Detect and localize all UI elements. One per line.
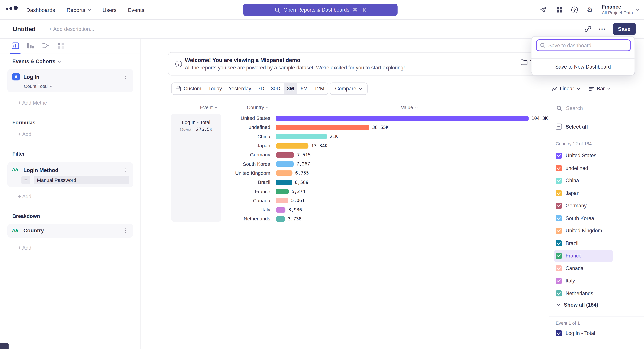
event-summary-cell[interactable]: Log In - Total Overall 276.5K <box>171 114 221 222</box>
legend-item-log-in-total[interactable]: Log In - Total <box>556 330 595 336</box>
legend-label: France <box>566 253 582 259</box>
checkbox[interactable] <box>556 215 562 221</box>
bar[interactable] <box>276 152 294 158</box>
save-button[interactable]: Save <box>613 23 636 35</box>
legend-item-italy[interactable]: Italy <box>549 275 644 287</box>
legend-item-netherlands[interactable]: Netherlands <box>549 287 644 300</box>
range-3m[interactable]: 3M <box>284 83 297 94</box>
report-title[interactable]: Untitled <box>13 25 36 32</box>
filter-card[interactable]: Aa Login Method ⋮ = Manual Password <box>8 162 133 187</box>
value-column-header[interactable]: Value <box>401 105 418 110</box>
tab-retention[interactable] <box>57 42 65 50</box>
nav-item-dashboards[interactable]: Dashboards <box>26 7 55 13</box>
add-breakdown-button[interactable]: + Add <box>18 245 31 251</box>
legend-item-undefined[interactable]: undefined <box>549 162 644 174</box>
nav-item-reports[interactable]: Reports <box>66 7 91 13</box>
custom-range-button[interactable]: Custom <box>172 83 205 94</box>
legend-item-brazil[interactable]: Brazil <box>549 237 644 250</box>
folder-icon <box>520 59 528 65</box>
add-description-field[interactable]: + Add description... <box>49 26 94 32</box>
save-to-dashboard-input[interactable]: Save to dashboard... <box>536 39 631 51</box>
compare-button[interactable]: Compare <box>330 82 368 95</box>
add-metric-button[interactable]: + Add Metric <box>18 100 47 106</box>
range-yesterday[interactable]: Yesterday <box>225 83 254 94</box>
range-30d[interactable]: 30D <box>268 83 284 94</box>
gear-icon[interactable]: ⚙ <box>586 6 594 14</box>
mixpanel-insights-app: DashboardsReportsUsersEvents Open Report… <box>0 0 644 349</box>
legend-search-input[interactable]: Search <box>556 105 583 111</box>
range-6m[interactable]: 6M <box>297 83 311 94</box>
checkbox[interactable] <box>556 290 562 297</box>
checkbox[interactable] <box>556 203 562 209</box>
filter-value[interactable]: Manual Password <box>34 176 129 184</box>
bar-value: 104.3K <box>532 116 548 121</box>
bar[interactable] <box>276 170 292 176</box>
legend-item-south-korea[interactable]: South Korea <box>549 212 644 225</box>
bar-value: 3,936 <box>288 207 302 213</box>
show-all-button[interactable]: Show all (184) <box>556 302 598 308</box>
help-icon[interactable]: ? <box>572 6 578 13</box>
country-column-header[interactable]: Country <box>247 105 269 110</box>
range-7d[interactable]: 7D <box>254 83 268 94</box>
filter-operator[interactable]: = <box>21 176 30 184</box>
kebab-menu-icon[interactable]: ⋮ <box>122 73 129 80</box>
checkbox[interactable] <box>556 165 562 171</box>
legend-item-canada[interactable]: Canada <box>549 262 644 275</box>
tab-funnels[interactable] <box>26 42 34 50</box>
checkbox[interactable] <box>556 278 562 284</box>
checkbox[interactable] <box>556 228 562 234</box>
legend-item-united-states[interactable]: United States <box>549 149 644 162</box>
checkbox[interactable] <box>556 253 562 259</box>
bar[interactable] <box>276 125 370 130</box>
tab-insights[interactable] <box>11 42 19 50</box>
checkbox[interactable] <box>556 190 562 196</box>
legend-item-united-kingdom[interactable]: United Kingdom <box>549 225 644 237</box>
bar[interactable] <box>276 161 294 167</box>
checkbox[interactable] <box>556 330 562 336</box>
copy-link-icon[interactable] <box>584 25 591 32</box>
add-filter-button[interactable]: + Add <box>18 194 31 199</box>
mixpanel-logo-icon[interactable] <box>6 6 18 10</box>
kebab-menu-icon[interactable]: ⋮ <box>122 227 129 234</box>
apps-grid-icon[interactable] <box>555 6 564 14</box>
range-12m[interactable]: 12M <box>311 83 328 94</box>
check-icon <box>557 292 561 295</box>
bar[interactable] <box>276 198 288 203</box>
event-column-header[interactable]: Event <box>200 105 218 110</box>
range-today[interactable]: Today <box>205 83 225 94</box>
bar[interactable] <box>276 189 289 194</box>
bar[interactable] <box>276 207 286 213</box>
checkbox[interactable] <box>556 178 562 184</box>
legend-item-japan[interactable]: Japan <box>549 187 644 200</box>
scale-selector[interactable]: Linear <box>552 82 580 95</box>
nav-item-events[interactable]: Events <box>128 7 144 13</box>
send-icon[interactable] <box>539 6 548 14</box>
legend-item-france[interactable]: France <box>554 250 613 262</box>
checkbox[interactable] <box>556 153 562 159</box>
legend-item-germany[interactable]: Germany <box>549 199 644 212</box>
breakdown-card[interactable]: Aa Country ⋮ <box>8 224 133 238</box>
more-options-icon[interactable]: ⋯ <box>599 26 605 32</box>
bar[interactable] <box>276 216 285 222</box>
checkbox[interactable] <box>556 265 562 272</box>
project-selector[interactable]: Finance All Project Data <box>602 4 640 15</box>
event-card[interactable]: A Log In ⋮ Count Total <box>8 69 133 92</box>
add-formula-button[interactable]: + Add <box>18 131 31 137</box>
bar[interactable] <box>276 180 292 185</box>
chart-type-selector[interactable]: Bar <box>589 82 611 95</box>
bar[interactable] <box>276 116 528 121</box>
checkbox[interactable] <box>556 240 562 246</box>
kebab-menu-icon[interactable]: ⋮ <box>122 166 129 173</box>
legend-item-china[interactable]: China <box>549 174 644 187</box>
events-section-label[interactable]: Events & Cohorts <box>12 59 61 64</box>
nav-item-users[interactable]: Users <box>102 7 116 13</box>
bottom-left-widget[interactable] <box>0 343 8 349</box>
open-reports-search[interactable]: Open Reports & Dashboards ⌘ + K <box>243 4 398 16</box>
select-all-row[interactable]: Select all <box>556 124 588 130</box>
aggregation-dropdown[interactable]: Count Total <box>24 84 52 89</box>
save-to-new-dashboard-item[interactable]: Save to New Dashboard <box>532 59 634 75</box>
bar[interactable] <box>276 134 327 139</box>
select-all-checkbox[interactable] <box>556 124 562 130</box>
bar[interactable] <box>276 143 308 148</box>
tab-flows[interactable] <box>42 42 50 50</box>
